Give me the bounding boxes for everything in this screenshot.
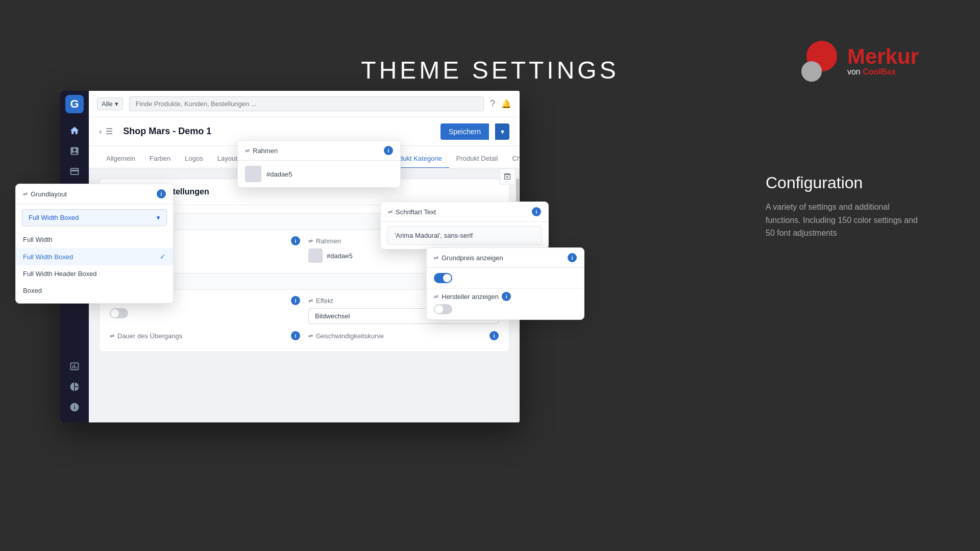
tab-produkt-detail[interactable]: Produkt Detail xyxy=(449,149,505,168)
link-icon-dauer: ⇌ xyxy=(110,333,114,339)
search-input[interactable] xyxy=(129,96,484,111)
dauer-field: ⇌ Dauer des Übergangs i xyxy=(110,331,300,343)
hersteller-info-button[interactable]: i xyxy=(502,292,511,301)
sidebar-icon-orders[interactable] xyxy=(65,142,84,160)
grundpreis-panel: ⇌ Grundpreis anzeigen i ⇌ Hersteller anz… xyxy=(426,247,584,320)
merkur-sub: von CoolBax xyxy=(847,67,919,77)
sidebar-icon-home[interactable] xyxy=(65,121,84,140)
schriftart-panel: ⇌ Schriftart Text i 'Arima Madurai', san… xyxy=(380,202,549,249)
chevron-down-icon: ▾ xyxy=(115,100,118,108)
grundpreis-header-left: ⇌ Grundpreis anzeigen xyxy=(434,254,503,262)
search-select[interactable]: Alle ▾ xyxy=(97,97,123,110)
panel-header-rahmen: ⇌ Rahmen i xyxy=(238,141,400,161)
geschwindigkeit-label-row: ⇌ Geschwindigkeitskurve i xyxy=(308,331,499,340)
info-button-rahmen[interactable]: i xyxy=(291,236,300,245)
rahmen-color-value-panel: #dadae5 xyxy=(266,170,292,178)
grundpreis-toggle-knob xyxy=(443,274,451,282)
grundlayout-chevron-icon: ▾ xyxy=(157,214,160,221)
panel-header-schriftart: ⇌ Schriftart Text i xyxy=(381,202,548,222)
grundlayout-title: Grundlayout xyxy=(31,190,67,198)
grundpreis-toggle[interactable] xyxy=(434,273,452,283)
sidebar-icon-products[interactable] xyxy=(65,162,84,181)
rahmen-panel-title: Rahmen xyxy=(253,147,278,155)
tab-checkout[interactable]: Checkout xyxy=(505,149,520,168)
link-icon-geschwindigkeit: ⇌ xyxy=(308,333,313,339)
rahmen-color-label: Rahmen xyxy=(316,237,341,245)
link-icon-grundpreis: ⇌ xyxy=(434,255,438,261)
grundpreis-toggle-row xyxy=(427,268,584,288)
page-title: THEME SETTINGS xyxy=(361,56,619,84)
merkur-name: Merkur xyxy=(847,46,919,67)
config-title: Configuration xyxy=(766,173,919,192)
save-button[interactable]: Speichern xyxy=(440,123,489,140)
merkur-coolbax: CoolBax xyxy=(863,67,896,76)
bell-icon[interactable]: 🔔 xyxy=(501,99,511,109)
dropdown-item-full-width[interactable]: Full Width xyxy=(16,231,173,248)
rahmen-color-row-panel: #dadae5 xyxy=(238,161,400,187)
breadcrumb: ‹ ☰ xyxy=(99,127,113,136)
save-dropdown-button[interactable]: ▾ xyxy=(495,123,509,140)
rahmen-color-swatch-panel[interactable] xyxy=(245,166,261,182)
rahmen-color-swatch[interactable] xyxy=(308,248,323,263)
grundlayout-panel: ⇌ Grundlayout i Full Width Boxed ▾ Full … xyxy=(15,184,174,304)
preview-icon[interactable] xyxy=(499,168,516,185)
merkur-text: Merkur von CoolBax xyxy=(847,46,919,77)
hersteller-label: Hersteller anzeigen xyxy=(442,293,499,300)
config-section: Configuration A variety of settings and … xyxy=(766,173,919,240)
grundlayout-selected-value: Full Width Boxed xyxy=(29,214,79,221)
rahmen-panel: ⇌ Rahmen i #dadae5 xyxy=(237,140,401,188)
list-icon[interactable]: ☰ xyxy=(106,127,113,136)
back-icon[interactable]: ‹ xyxy=(99,127,102,136)
hersteller-toggle-knob xyxy=(435,305,443,313)
dropdown-item-label-1: Full Width Boxed xyxy=(23,253,73,261)
hersteller-label-row: ⇌ Hersteller anzeigen i xyxy=(434,292,577,301)
dropdown-item-label-0: Full Width xyxy=(23,236,53,243)
tab-logos[interactable]: Logos xyxy=(178,149,210,168)
panel-header-left: ⇌ Grundlayout xyxy=(23,190,67,198)
tab-farben[interactable]: Farben xyxy=(142,149,178,168)
dropdown-item-full-width-boxed[interactable]: Full Width Boxed ✓ xyxy=(16,248,173,265)
rahmen-color-value: #dadae5 xyxy=(327,252,353,260)
info-button-geschwindigkeit[interactable]: i xyxy=(489,331,499,340)
aktiv-toggle[interactable] xyxy=(110,308,128,318)
geschwindigkeit-label: Geschwindigkeitskurve xyxy=(316,332,384,340)
sidebar-icon-reports[interactable] xyxy=(65,357,84,375)
grundlayout-select-box[interactable]: Full Width Boxed ▾ xyxy=(22,209,167,226)
topbar: Alle ▾ ? 🔔 xyxy=(89,91,520,117)
dropdown-item-boxed[interactable]: Boxed xyxy=(16,282,173,299)
dauer-row: ⇌ Dauer des Übergangs i ⇌ Geschwindigkei… xyxy=(110,331,499,343)
info-button-dauer[interactable]: i xyxy=(291,331,300,340)
rahmen-panel-info-button[interactable]: i xyxy=(384,146,393,155)
aktiv-toggle-knob xyxy=(111,309,119,317)
link-icon-grundlayout: ⇌ xyxy=(23,191,28,197)
sidebar-logo[interactable]: G xyxy=(65,95,84,113)
hersteller-row: ⇌ Hersteller anzeigen i xyxy=(427,288,584,319)
sidebar-icon-info[interactable] xyxy=(65,398,84,416)
panel-header-grundpreis: ⇌ Grundpreis anzeigen i xyxy=(427,248,584,268)
dropdown-item-full-width-header-boxed[interactable]: Full Width Header Boxed xyxy=(16,265,173,282)
dropdown-item-label-2: Full Width Header Boxed xyxy=(23,270,97,278)
question-icon[interactable]: ? xyxy=(490,98,495,109)
link-icon-schriftart: ⇌ xyxy=(388,209,393,215)
grundpreis-info-button[interactable]: i xyxy=(568,253,577,262)
sidebar-icon-reports2[interactable] xyxy=(65,378,84,396)
checkmark-icon: ✓ xyxy=(160,253,166,261)
hersteller-toggle[interactable] xyxy=(434,304,452,314)
tab-allgemein[interactable]: Allgemein xyxy=(99,149,142,168)
schriftart-info-button[interactable]: i xyxy=(532,207,541,216)
shop-name: Shop Mars - Demo 1 xyxy=(123,126,434,137)
topbar-icons: ? 🔔 xyxy=(490,98,511,109)
panel-header-grundlayout: ⇌ Grundlayout i xyxy=(16,184,173,204)
schriftart-value: 'Arima Madurai', sans-serif xyxy=(387,226,542,245)
grundlayout-info-button[interactable]: i xyxy=(157,189,166,198)
info-button-aktiv[interactable]: i xyxy=(291,296,300,305)
search-select-value: Alle xyxy=(102,100,113,108)
dropdown-item-label-3: Boxed xyxy=(23,287,42,294)
sidebar-logo-letter: G xyxy=(70,97,79,111)
config-description: A variety of settings and additional fun… xyxy=(766,201,919,240)
dauer-label-row: ⇌ Dauer des Übergangs i xyxy=(110,331,300,340)
effekt-label: Effekt xyxy=(316,297,333,305)
geschwindigkeit-field: ⇌ Geschwindigkeitskurve i xyxy=(308,331,499,343)
link-icon-hersteller: ⇌ xyxy=(434,293,438,300)
grundpreis-title: Grundpreis anzeigen xyxy=(442,254,503,262)
